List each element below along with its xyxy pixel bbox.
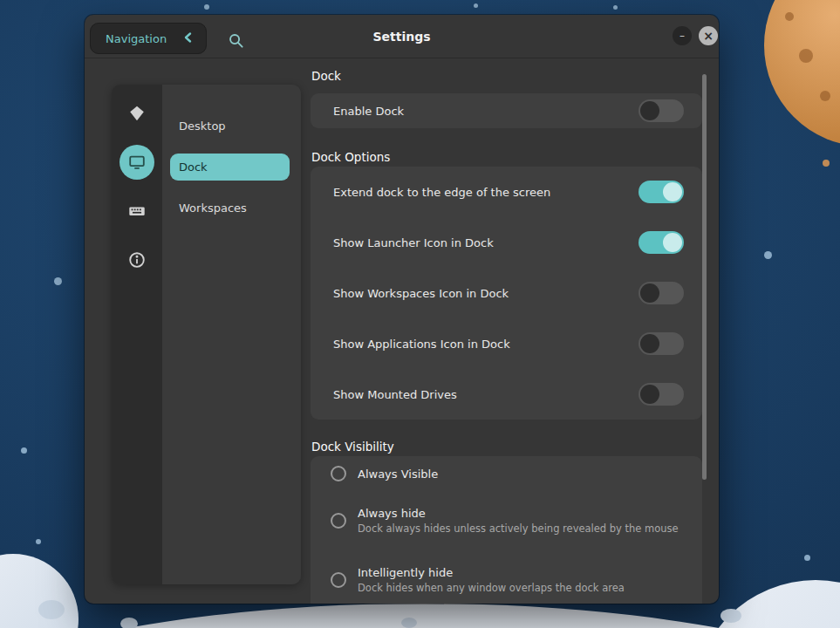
planet [764,0,840,147]
radio-description: Dock hides when any window overlaps the … [358,582,625,594]
toggle-knob [663,182,682,201]
star [474,3,478,8]
radio-button[interactable] [331,466,346,481]
radio-button[interactable] [331,513,346,529]
row-label: Extend dock to the edge of the screen [333,186,550,199]
minimize-button[interactable]: – [673,26,692,45]
star [613,5,618,10]
navigation-button[interactable]: Navigation [90,23,207,54]
sidebar-item-desktop[interactable]: Desktop [162,113,301,140]
workspaces-icon-toggle[interactable] [639,282,684,304]
moon-crater [401,618,417,628]
extend-dock-toggle[interactable] [639,181,684,203]
settings-row: Extend dock to the edge of the screen [311,167,702,217]
toggle-knob [640,283,659,303]
star [204,4,209,10]
toggle-knob [640,334,659,353]
radio-button[interactable] [331,572,346,588]
category-rail [112,85,162,584]
settings-row: Show Applications Icon in Dock [311,318,702,369]
moon-hill [0,554,79,628]
settings-row: Show Mounted Drives [311,369,702,420]
dock-visibility-card: Always Visible Always hide Dock always h… [311,456,702,604]
keyboard-icon[interactable] [120,194,154,229]
section-title-dock-visibility: Dock Visibility [311,440,394,454]
star [764,251,772,259]
applications-icon-toggle[interactable] [639,332,684,355]
navigation-label: Navigation [106,32,167,45]
radio-row-always-hide[interactable]: Always hide Dock always hides unless act… [311,491,702,550]
radio-label: Always hide [358,507,679,520]
settings-nav-list: Desktop Dock Workspaces [162,85,301,584]
row-label: Show Launcher Icon in Dock [333,236,494,249]
settings-content: Dock Enable Dock Dock Options Extend doc… [311,58,707,604]
row-label: Show Applications Icon in Dock [333,338,510,351]
small-planet [823,160,830,167]
dock-card: Enable Dock [311,93,702,128]
radio-row-intelligently-hide[interactable]: Intelligently hide Dock hides when any w… [311,550,702,604]
settings-row: Show Launcher Icon in Dock [311,217,702,268]
planet-crater [820,91,830,101]
star [54,277,62,285]
settings-row: Show Workspaces Icon in Dock [311,268,702,318]
radio-row-always-visible[interactable]: Always Visible [311,456,702,491]
radio-label: Intelligently hide [358,566,625,579]
planet-crater [785,12,794,21]
settings-row: Enable Dock [311,93,702,128]
sidebar-item-workspaces[interactable]: Workspaces [162,195,301,222]
moon-crater [120,618,138,628]
launcher-icon-toggle[interactable] [639,231,684,254]
toggle-knob [663,233,682,252]
row-label: Show Workspaces Icon in Dock [333,287,509,300]
sidebar-item-dock[interactable]: Dock [170,154,290,181]
mounted-drives-toggle[interactable] [639,383,684,406]
close-button[interactable]: × [699,26,718,45]
dock-options-card: Extend dock to the edge of the screen Sh… [311,167,702,420]
moon-crater [720,609,741,623]
titlebar[interactable]: Settings Navigation – × [85,15,719,58]
toggle-knob [640,101,659,120]
settings-window: Settings Navigation – × [85,15,719,604]
row-label: Enable Dock [333,105,404,118]
section-title-dock-options: Dock Options [311,150,390,164]
row-label: Show Mounted Drives [333,388,457,401]
enable-dock-toggle[interactable] [639,99,684,122]
planet-crater [799,49,813,63]
star [36,539,41,544]
section-title-dock: Dock [311,69,341,83]
star [804,555,810,561]
desktop-background: { "window": { "title": "Settings", "nav_… [0,0,840,628]
sidebar: Desktop Dock Workspaces [112,85,301,584]
scrollbar-thumb[interactable] [702,74,707,480]
diamond-icon[interactable] [120,96,154,131]
moon-crater [38,600,65,619]
toggle-knob [640,385,659,404]
search-icon[interactable] [225,30,246,51]
radio-label: Always Visible [358,468,438,481]
star [21,447,27,454]
info-icon[interactable] [120,242,154,277]
radio-description: Dock always hides unless actively being … [358,522,679,535]
chevron-left-icon [182,31,195,46]
display-icon[interactable] [120,145,154,180]
